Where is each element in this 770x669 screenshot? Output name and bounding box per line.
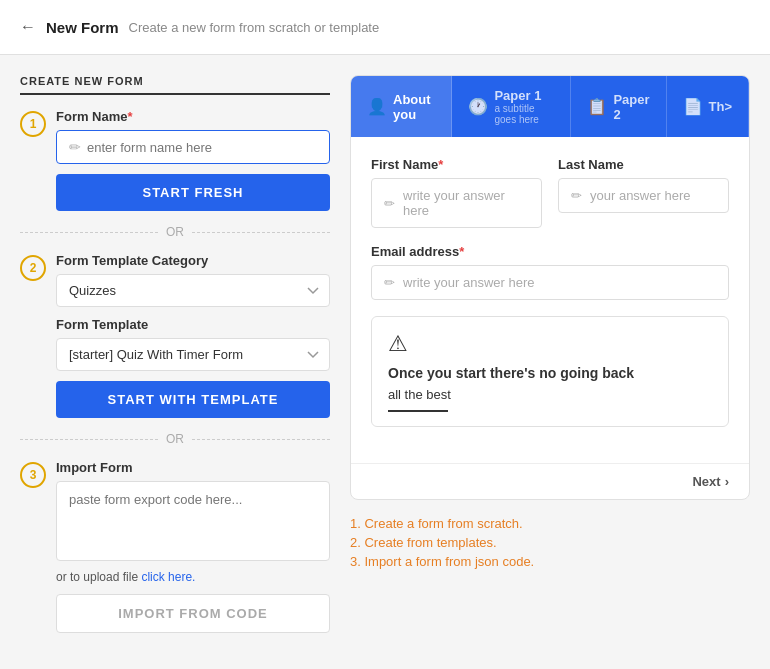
right-panel: 👤 About you 🕐 Paper 1 a subtitle goes he… [350, 75, 750, 645]
first-name-field: First Name* ✏ write your answer here [371, 157, 542, 228]
step-1-circle: 1 [20, 111, 46, 137]
tab-other-icon: 📄 [683, 97, 703, 116]
import-label: Import Form [56, 460, 330, 475]
step-1-block: 1 Form Name* ✏ START FRESH [20, 109, 330, 211]
category-select[interactable]: Quizzes [56, 274, 330, 307]
form-name-label: Form Name* [56, 109, 330, 124]
upload-text: or to upload file click here. [56, 570, 330, 584]
first-name-pen-icon: ✏ [384, 196, 395, 211]
step-2-block: 2 Form Template Category Quizzes Form Te… [20, 253, 330, 418]
template-label: Form Template [56, 317, 330, 332]
form-body: First Name* ✏ write your answer here Las… [351, 137, 749, 463]
pen-icon: ✏ [69, 139, 81, 155]
email-input[interactable]: ✏ write your answer here [371, 265, 729, 300]
warning-underline [388, 410, 448, 412]
main-content: CREATE NEW FORM 1 Form Name* ✏ START FRE… [0, 55, 770, 665]
tab-paper1[interactable]: 🕐 Paper 1 a subtitle goes here [452, 76, 571, 137]
tab-paper2-icon: 📋 [587, 97, 607, 116]
first-name-label: First Name* [371, 157, 542, 172]
step-3-block: 3 Import Form or to upload file click he… [20, 460, 330, 633]
warning-title: Once you start there's no going back [388, 365, 712, 381]
back-icon: ← [20, 18, 36, 35]
form-preview: 👤 About you 🕐 Paper 1 a subtitle goes he… [350, 75, 750, 500]
instructions: 1. Create a form from scratch. 2. Create… [350, 516, 750, 569]
tab-about-you[interactable]: 👤 About you [351, 76, 452, 137]
page-header: ← New Form Create a new form from scratc… [0, 0, 770, 55]
tab-paper1-label: Paper 1 [494, 88, 554, 103]
step-1-content: Form Name* ✏ START FRESH [56, 109, 330, 211]
first-name-input[interactable]: ✏ write your answer here [371, 178, 542, 228]
form-tabs: 👤 About you 🕐 Paper 1 a subtitle goes he… [351, 76, 749, 137]
start-template-button[interactable]: START WITH TEMPLATE [56, 381, 330, 418]
last-name-input[interactable]: ✏ your answer here [558, 178, 729, 213]
first-name-placeholder: write your answer here [403, 188, 529, 218]
left-panel: CREATE NEW FORM 1 Form Name* ✏ START FRE… [20, 75, 330, 645]
upload-link[interactable]: click here. [141, 570, 195, 584]
last-name-field: Last Name ✏ your answer here [558, 157, 729, 228]
instruction-1: 1. Create a form from scratch. [350, 516, 750, 531]
section-title: CREATE NEW FORM [20, 75, 330, 95]
step-3-circle: 3 [20, 462, 46, 488]
last-name-label: Last Name [558, 157, 729, 172]
start-fresh-button[interactable]: START FRESH [56, 174, 330, 211]
email-placeholder: write your answer here [403, 275, 535, 290]
import-textarea[interactable] [56, 481, 330, 561]
instruction-2: 2. Create from templates. [350, 535, 750, 550]
step-3-content: Import Form or to upload file click here… [56, 460, 330, 633]
warning-text: all the best [388, 387, 712, 402]
tab-paper1-subtitle: a subtitle goes here [494, 103, 554, 125]
template-select[interactable]: [starter] Quiz With Timer Form [56, 338, 330, 371]
step-2-circle: 2 [20, 255, 46, 281]
next-button[interactable]: Next › [692, 474, 729, 489]
tab-paper1-icon: 🕐 [468, 97, 488, 116]
form-footer: Next › [351, 463, 749, 499]
tab-paper2[interactable]: 📋 Paper 2 [571, 76, 666, 137]
step-2-content: Form Template Category Quizzes Form Temp… [56, 253, 330, 418]
page-title: New Form [46, 19, 119, 36]
or-divider-2: OR [20, 432, 330, 446]
import-button[interactable]: IMPORT FROM CODE [56, 594, 330, 633]
warning-box: ⚠ Once you start there's no going back a… [371, 316, 729, 427]
next-arrow: › [725, 474, 729, 489]
email-pen-icon: ✏ [384, 275, 395, 290]
email-field: Email address* ✏ write your answer here [371, 244, 729, 300]
warning-icon: ⚠ [388, 331, 712, 357]
instruction-3: 3. Import a form from json code. [350, 554, 750, 569]
email-label: Email address* [371, 244, 729, 259]
last-name-placeholder: your answer here [590, 188, 690, 203]
back-button[interactable]: ← [20, 18, 36, 36]
tab-other-label: Th> [709, 99, 732, 114]
tab-other[interactable]: 📄 Th> [667, 76, 749, 137]
or-divider-1: OR [20, 225, 330, 239]
category-label: Form Template Category [56, 253, 330, 268]
next-label: Next [692, 474, 720, 489]
tab-about-you-icon: 👤 [367, 97, 387, 116]
tab-about-you-label: About you [393, 92, 435, 122]
tab-paper2-label: Paper 2 [613, 92, 649, 122]
name-row: First Name* ✏ write your answer here Las… [371, 157, 729, 228]
last-name-pen-icon: ✏ [571, 188, 582, 203]
form-name-input[interactable] [87, 140, 317, 155]
form-name-input-wrapper: ✏ [56, 130, 330, 164]
page-subtitle: Create a new form from scratch or templa… [129, 20, 380, 35]
